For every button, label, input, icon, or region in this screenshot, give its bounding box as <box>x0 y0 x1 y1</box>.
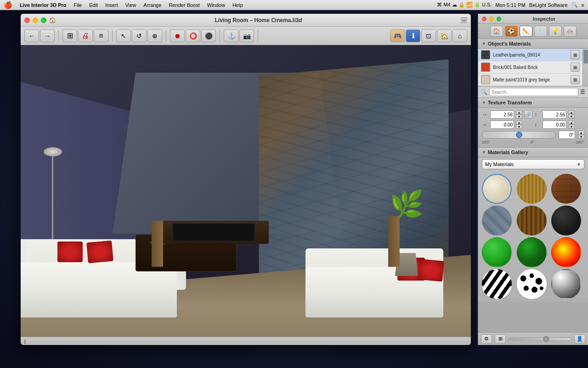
frame-btn[interactable]: ⊡ <box>421 29 436 42</box>
gallery-item-zebra[interactable] <box>482 269 512 299</box>
record-btn[interactable]: ⏺ <box>170 29 185 42</box>
window-scroll-right[interactable]: – <box>461 17 467 23</box>
gallery-item-wood-light[interactable] <box>517 174 547 204</box>
menu-window[interactable]: Window <box>207 2 225 8</box>
window-close-button[interactable] <box>24 17 30 23</box>
back-button[interactable]: ← <box>24 29 39 42</box>
floorplan-view-btn[interactable]: ⊞ <box>62 29 77 42</box>
menu-controls-icon[interactable]: ≡ <box>582 2 584 8</box>
material-item-2[interactable]: Matte paint/1019 grey beige ⊞ <box>478 74 582 86</box>
material-edit-btn-1[interactable]: ⊞ <box>571 63 580 72</box>
sofa-right[interactable] <box>305 239 452 317</box>
scale-x-stepper[interactable]: ▲ ▼ <box>516 110 522 119</box>
camera-btn[interactable]: 📷 <box>239 29 254 42</box>
menu-arrange[interactable]: Arrange <box>143 2 161 8</box>
offset-y-up[interactable]: ▲ <box>568 121 575 125</box>
link-scale-btn[interactable]: 🔗 <box>524 110 532 119</box>
materials-scrollbar-thumb[interactable] <box>583 50 588 63</box>
offset-y-stepper[interactable]: ▲ ▼ <box>568 121 575 129</box>
angle-max-label: -180° <box>574 140 584 144</box>
scale-x-up[interactable]: ▲ <box>516 110 522 115</box>
viewport-3d[interactable]: 🌿 ⫿ <box>21 45 471 345</box>
scale-y-input[interactable] <box>543 110 566 119</box>
inspector-settings-btn[interactable]: ⚙ <box>481 334 492 344</box>
inspector-zoom-slider[interactable] <box>509 338 571 340</box>
gallery-item-stone[interactable] <box>482 206 512 236</box>
menu-insert[interactable]: Insert <box>105 2 118 8</box>
home-view-btn[interactable]: 🏡 <box>437 29 452 42</box>
gallery-item-dark[interactable] <box>551 206 581 236</box>
inspector-min-button[interactable] <box>489 17 494 21</box>
3d-navigate-btn[interactable]: 🎮 <box>390 29 405 42</box>
scale-y-down[interactable]: ▼ <box>568 115 575 119</box>
angle-slider-thumb[interactable] <box>516 132 522 138</box>
gallery-dropdown[interactable]: My Materials ▼ <box>482 159 584 169</box>
offset-x-input[interactable] <box>490 121 514 129</box>
scale-y-up[interactable]: ▲ <box>568 110 575 115</box>
offset-x-up[interactable]: ▲ <box>516 121 522 125</box>
material-edit-btn-0[interactable]: ⊞ <box>571 50 580 59</box>
angle-up[interactable]: ▲ <box>578 131 584 135</box>
pan-tool-btn[interactable]: ↺ <box>132 29 147 42</box>
angle-down[interactable]: ▼ <box>578 135 584 139</box>
print-btn[interactable]: 🖨 <box>78 29 93 42</box>
record-outline-btn[interactable]: ⭕ <box>186 29 200 42</box>
menu-file[interactable]: File <box>74 2 82 8</box>
angle-input[interactable] <box>559 131 575 139</box>
forward-button[interactable]: → <box>40 29 55 42</box>
menu-view[interactable]: View <box>125 2 136 8</box>
gallery-item-green-dark[interactable] <box>517 237 547 267</box>
inspector-grid-btn[interactable]: ⊞ <box>495 334 506 344</box>
angle-slider[interactable] <box>482 131 556 138</box>
menu-search-icon[interactable]: 🔍 <box>571 2 578 8</box>
anchor-btn[interactable]: ⚓ <box>224 29 238 42</box>
window-minimize-button[interactable] <box>33 17 38 23</box>
gallery-item-cream[interactable] <box>482 174 512 204</box>
menu-help[interactable]: Help <box>232 2 243 8</box>
gallery-item-fire[interactable] <box>551 237 581 267</box>
scale-x-down[interactable]: ▼ <box>516 115 522 119</box>
material-search-input[interactable] <box>489 88 578 96</box>
offset-y-down[interactable]: ▼ <box>568 125 575 129</box>
material-item-0[interactable]: Leather/pamela_09014 ⊞ <box>478 49 582 61</box>
window-maximize-button[interactable] <box>41 17 46 23</box>
gallery-item-spots[interactable] <box>517 269 547 299</box>
offset-x-down[interactable]: ▼ <box>516 125 522 129</box>
materials-scrollbar[interactable] <box>582 49 588 86</box>
material-options-icon[interactable]: ☰ <box>580 89 585 95</box>
inspector-max-button[interactable] <box>497 17 501 21</box>
inspector-tab-material[interactable]: ⚽ <box>505 26 518 37</box>
menu-render[interactable]: Render Boost <box>169 2 200 8</box>
offset-x-stepper[interactable]: ▲ ▼ <box>516 121 522 129</box>
scale-x-input[interactable] <box>490 110 514 119</box>
inspector-tab-texture[interactable]: ✏️ <box>520 26 532 37</box>
inspector-tab-light[interactable]: 💡 <box>549 26 562 37</box>
menu-app[interactable]: Live Interior 3D Pro <box>20 2 66 8</box>
material-edit-btn-2[interactable]: ⊞ <box>571 75 580 84</box>
apple-menu[interactable]: 🍎 <box>4 1 12 9</box>
materials-list[interactable]: Leather/pamela_09014 ⊞ Brick/001 Baked B… <box>478 49 588 86</box>
move-tool-btn[interactable]: ⊕ <box>147 29 162 42</box>
gallery-item-wood-dark[interactable] <box>517 206 547 236</box>
inspector-zoom-thumb[interactable] <box>543 336 549 342</box>
search-icon: 🔍 <box>481 89 487 95</box>
materials-gallery-header: Materials Gallery <box>478 148 588 157</box>
select-tool-btn[interactable]: ↖ <box>116 29 131 42</box>
inspector-close-button[interactable] <box>482 17 486 21</box>
layout-btn[interactable]: ≡ <box>94 29 108 42</box>
gallery-item-brick[interactable] <box>551 174 581 204</box>
menu-edit[interactable]: Edit <box>89 2 98 8</box>
scale-y-stepper[interactable]: ▲ ▼ <box>568 110 575 119</box>
gallery-item-chrome[interactable] <box>551 269 581 299</box>
inspector-person-btn[interactable]: 👤 <box>574 334 585 344</box>
material-item-1[interactable]: Brick/001 Baked Brick ⊞ <box>478 61 582 74</box>
record-filled-btn[interactable]: ⚫ <box>201 29 216 42</box>
fullscreen-btn[interactable]: ⌂ <box>452 29 467 42</box>
gallery-item-green-bright[interactable] <box>482 237 512 267</box>
inspector-tab-model[interactable]: 💿 <box>534 26 547 37</box>
info-btn[interactable]: ℹ <box>406 29 420 42</box>
offset-y-input[interactable] <box>543 121 566 129</box>
angle-stepper[interactable]: ▲ ▼ <box>578 131 584 139</box>
inspector-tab-scene[interactable]: 🏘️ <box>564 26 577 37</box>
inspector-tab-home[interactable]: 🏠 <box>490 26 503 37</box>
